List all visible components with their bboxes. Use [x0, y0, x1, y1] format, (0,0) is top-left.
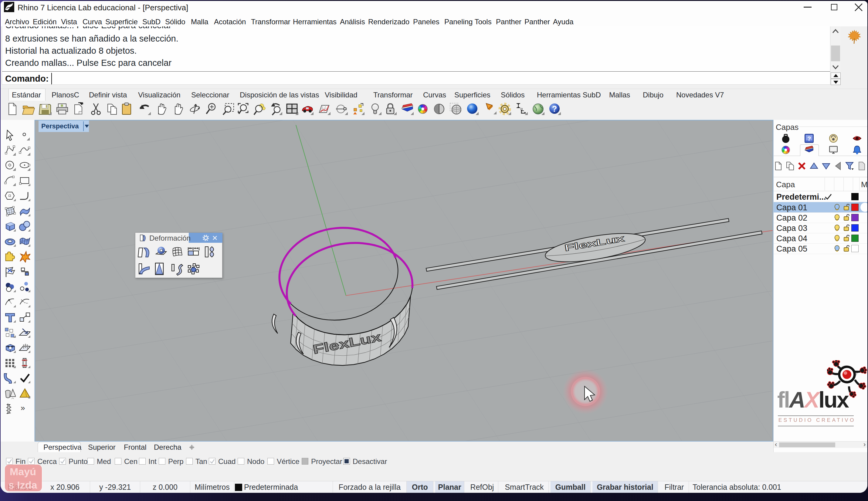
svg-text:»: » — [21, 403, 25, 412]
svg-text:?: ? — [807, 135, 811, 142]
svg-text:?: ? — [552, 104, 557, 114]
